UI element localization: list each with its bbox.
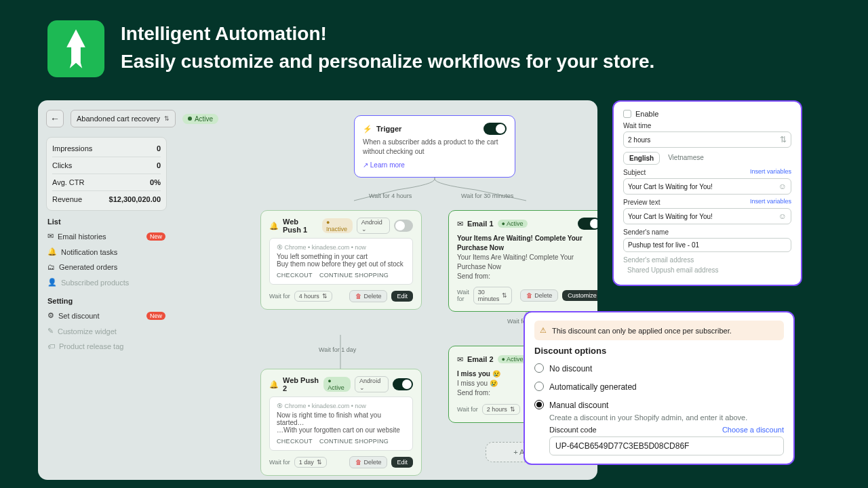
sidebar-item-customize-widget[interactable]: ✎Customize widget	[46, 323, 167, 339]
edge-label: Wait for 30 minutes	[461, 192, 513, 199]
tab-english[interactable]: English	[623, 152, 660, 165]
discount-code-input[interactable]: UP-64CB6549D77C3EB5D08CD86F	[549, 436, 784, 455]
delete-button[interactable]: 🗑Delete	[520, 289, 558, 302]
sidebar-item-product-release-tag[interactable]: 🏷Product release tag	[46, 339, 167, 354]
list-heading: List	[47, 218, 165, 226]
sidebar-item-subscribed-products[interactable]: 👤Subscribed products	[46, 274, 167, 290]
warning-icon: ⚠	[540, 326, 547, 335]
webpush2-toggle[interactable]	[393, 378, 413, 390]
sidebar-item-email-histories[interactable]: ✉Email historiesNew	[46, 228, 167, 244]
workflow-app: ← Abandoned cart recovery ⇅ Active Impre…	[38, 100, 597, 480]
hero-subtitle: Easily customize and personalize workflo…	[121, 48, 654, 76]
platform-select[interactable]: Android ⌄	[357, 218, 390, 234]
enable-checkbox[interactable]	[623, 110, 631, 118]
subject-input[interactable]: Your Cart Is Waiting for You!☺	[623, 178, 791, 195]
hero-title: Intelligent Automation!	[121, 20, 654, 48]
preview-action: CHECKOUT	[277, 272, 313, 279]
workflow-selector[interactable]: Abandoned cart recovery ⇅	[71, 110, 176, 127]
trigger-toggle[interactable]	[484, 123, 507, 135]
sidebar-item-notification-tasks[interactable]: 🔔Notification tasks	[46, 244, 167, 260]
wait-select[interactable]: 4 hours⇅	[294, 291, 332, 302]
discount-panel: ⚠This discount can only be applied once …	[524, 311, 795, 465]
radio-auto-discount[interactable]: Automatically generated	[534, 377, 784, 395]
edge-label: Wait for 1 day	[319, 346, 356, 353]
wait-time-select[interactable]: 2 hours⇅	[623, 131, 791, 148]
radio-manual-discount[interactable]: Manual discount	[534, 395, 784, 413]
chevron-updown-icon: ⇅	[164, 115, 170, 122]
customize-button[interactable]: Customize	[562, 290, 597, 301]
back-button[interactable]: ←	[46, 110, 64, 127]
email1-toggle[interactable]	[578, 218, 597, 230]
tab-vietnamese[interactable]: Vietnamese	[663, 152, 709, 165]
sidebar-item-generated-orders[interactable]: 🗂Generated orders	[46, 260, 167, 274]
learn-more-link[interactable]: ↗ Learn more	[363, 161, 405, 169]
wait-select[interactable]: 30 minutes⇅	[473, 287, 513, 304]
wait-select[interactable]: 2 hours⇅	[482, 404, 520, 415]
webpush1-card: 🔔Web Push 1 ● Inactive Android ⌄ ⦿ Chrom…	[260, 210, 422, 310]
delete-button[interactable]: 🗑Delete	[349, 290, 387, 302]
email1-card: ✉Email 1 ● Active Your Items Are Waiting…	[448, 210, 597, 312]
sender-name-input[interactable]: Pushup test for live - 01	[623, 238, 791, 252]
wait-select[interactable]: 1 day⇅	[294, 457, 327, 468]
stats-panel: Impressions0 Clicks0 Avg. CTR0% Revenue$…	[46, 137, 167, 211]
radio-no-discount[interactable]: No discount	[534, 359, 784, 377]
setting-heading: Setting	[47, 297, 165, 305]
choose-discount-link[interactable]: Choose a discount	[722, 426, 784, 434]
edit-button[interactable]: Edit	[391, 291, 413, 302]
edit-button[interactable]: Edit	[391, 457, 413, 468]
trigger-card: ⚡Trigger When a subscriber adds a produc…	[354, 115, 515, 178]
delete-button[interactable]: 🗑Delete	[349, 456, 387, 468]
webpush2-card: 🔔Web Push 2 ● Active Android ⌄ ⦿ Chrome …	[260, 369, 422, 476]
email-form-panel: Enable Wait time 2 hours⇅ English Vietna…	[612, 100, 802, 286]
preview-text-input[interactable]: Your Cart Is Waiting for You!☺	[623, 208, 791, 224]
insert-variables-link[interactable]: Insert variables	[750, 168, 791, 175]
workflow-name: Abandoned cart recovery	[77, 115, 160, 123]
app-logo	[47, 20, 104, 77]
insert-variables-link[interactable]: Insert variables	[750, 198, 791, 205]
preview-action: CONTINUE SHOPPING	[319, 272, 389, 279]
platform-select[interactable]: Android ⌄	[355, 376, 389, 392]
webpush1-toggle[interactable]	[394, 220, 413, 232]
sidebar-item-set-discount[interactable]: ⚙Set discountNew	[46, 308, 167, 323]
edge-label: Wait for 4 hours	[369, 192, 412, 199]
